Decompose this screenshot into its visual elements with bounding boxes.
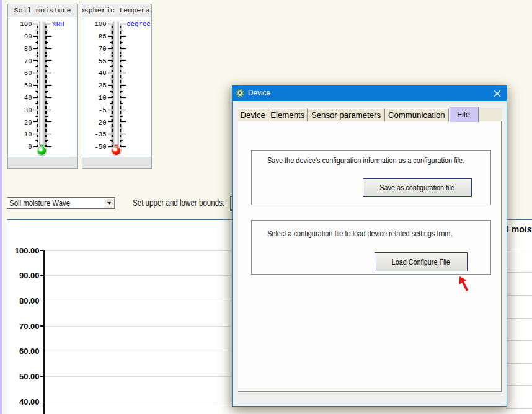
svg-text:40.00: 40.00 xyxy=(19,397,40,407)
svg-text:-50: -50 xyxy=(94,143,106,151)
svg-text:55: 55 xyxy=(99,58,107,65)
svg-text:70.00: 70.00 xyxy=(19,322,40,331)
svg-text:90.00: 90.00 xyxy=(19,271,40,280)
svg-text:80.00: 80.00 xyxy=(19,296,40,306)
svg-text:degree centigrade: degree centigrade xyxy=(127,20,151,28)
svg-text:80: 80 xyxy=(24,45,32,53)
svg-text:50: 50 xyxy=(24,82,32,89)
svg-text:100: 100 xyxy=(94,20,106,28)
svg-text:100.00: 100.00 xyxy=(15,246,40,255)
svg-text:%RH: %RH xyxy=(53,20,64,28)
svg-text:50.00: 50.00 xyxy=(19,372,40,381)
svg-text:25: 25 xyxy=(99,82,107,89)
svg-text:-5: -5 xyxy=(99,107,107,114)
svg-text:-35: -35 xyxy=(94,131,106,138)
svg-text:40: 40 xyxy=(99,69,107,77)
svg-text:0: 0 xyxy=(28,143,32,151)
svg-text:60: 60 xyxy=(24,69,32,77)
svg-text:100: 100 xyxy=(20,20,32,28)
svg-text:10: 10 xyxy=(99,94,107,102)
svg-text:40: 40 xyxy=(24,94,32,102)
svg-text:10: 10 xyxy=(24,131,32,138)
svg-text:70: 70 xyxy=(99,45,107,53)
svg-text:85: 85 xyxy=(99,33,107,40)
svg-text:20: 20 xyxy=(24,119,32,126)
svg-text:-20: -20 xyxy=(94,119,106,126)
svg-text:70: 70 xyxy=(24,58,32,65)
svg-text:30: 30 xyxy=(24,107,32,114)
svg-text:90: 90 xyxy=(24,33,32,40)
svg-text:60.00: 60.00 xyxy=(19,346,40,356)
svg-text:l moisture: l moisture xyxy=(507,224,532,234)
